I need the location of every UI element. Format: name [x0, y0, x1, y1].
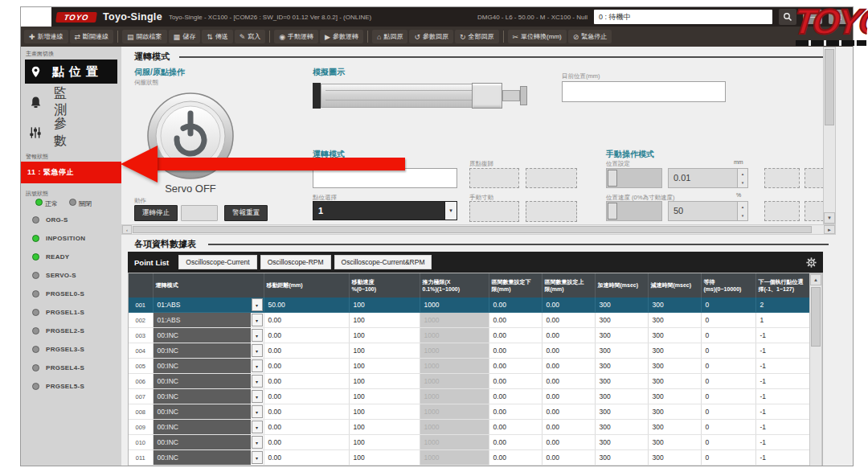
table-cell[interactable]: 0.00	[542, 450, 595, 466]
table-cell[interactable]: 0.00	[489, 420, 542, 435]
table-row[interactable]: 01000:INC▾0.0010010000.000.003003000-1	[129, 435, 823, 450]
table-row[interactable]: 00201:ABS▾0.0010010000.000.0030030001	[129, 313, 823, 328]
step-up-icon[interactable]: ▴	[738, 202, 747, 211]
table-cell[interactable]: 100	[349, 466, 420, 466]
point-select-dropdown[interactable]: 1 ▾	[313, 201, 457, 220]
table-cell[interactable]: 0.00	[542, 313, 595, 328]
origin-return-button-a[interactable]	[469, 168, 519, 188]
table-cell[interactable]: 0.00	[489, 298, 542, 313]
table-cell[interactable]: 0.00	[489, 435, 542, 450]
table-cell[interactable]: 0.00	[489, 328, 542, 343]
table-cell[interactable]: 0.00	[264, 343, 349, 359]
toolbar-button[interactable]: ◉手動運轉	[274, 30, 318, 43]
table-row[interactable]: 00700:INC▾0.0010010000.000.003003000-1	[129, 389, 823, 404]
position-speed-stepper[interactable]: 50 ▴▾	[668, 201, 748, 221]
toolbar-button[interactable]: ↻全部回原	[455, 30, 499, 43]
mode-cell[interactable]: 00:INC▾	[153, 466, 264, 466]
table-row[interactable]: 00600:INC▾0.0010010000.000.003003000-1	[129, 374, 823, 389]
chevron-down-icon[interactable]: ▾	[252, 329, 263, 342]
table-row[interactable]: 00400:INC▾0.0010010000.000.003003000-1	[129, 343, 823, 359]
table-cell[interactable]: 300	[648, 343, 701, 359]
table-cell[interactable]: 0.00	[542, 466, 595, 466]
chevron-down-icon[interactable]: ▾	[444, 202, 457, 220]
table-cell[interactable]: 100	[349, 343, 420, 359]
scrollbar-thumb[interactable]	[133, 226, 812, 233]
table-cell[interactable]: 0.00	[489, 343, 542, 359]
table-cell[interactable]: 0	[701, 328, 755, 343]
table-cell[interactable]: 0.00	[489, 450, 542, 466]
table-cell[interactable]: 100	[349, 328, 420, 343]
mode-cell[interactable]: 01:ABS▾	[153, 313, 264, 328]
toolbar-button[interactable]: ⇅傳送	[202, 30, 233, 43]
mode-cell[interactable]: 00:INC▾	[153, 420, 264, 435]
table-cell[interactable]: 0.00	[264, 420, 349, 435]
slider-thumb[interactable]	[608, 203, 617, 220]
table-cell[interactable]: 0.00	[489, 466, 542, 466]
table-cell[interactable]: 0.00	[264, 435, 349, 450]
table-cell[interactable]: 300	[595, 298, 648, 313]
table-cell[interactable]: 0.00	[542, 359, 595, 374]
table-cell[interactable]: 100	[349, 404, 420, 420]
speed-negative-button[interactable]	[764, 201, 800, 221]
chevron-down-icon[interactable]: ▾	[252, 405, 263, 418]
mode-cell[interactable]: 00:INC▾	[153, 328, 264, 343]
table-cell[interactable]: 300	[648, 298, 701, 313]
table-cell[interactable]: 0.00	[264, 374, 349, 389]
table-cell[interactable]: 0.00	[264, 389, 349, 404]
scroll-up-icon[interactable]: ▲	[810, 274, 821, 285]
panel-vertical-scrollbar[interactable]: ▼	[823, 47, 836, 224]
mode-cell[interactable]: 00:INC▾	[153, 389, 264, 404]
table-row[interactable]: 00500:INC▾0.0010010000.000.003003000-1	[129, 359, 823, 374]
table-cell[interactable]: 300	[595, 313, 648, 328]
status-combobox[interactable]: 0 : 待機中	[594, 10, 772, 24]
toolbar-button[interactable]: ⌂點回原	[372, 30, 407, 43]
position-speed-slider[interactable]	[606, 201, 662, 221]
chevron-down-icon[interactable]: ▾	[252, 344, 263, 357]
alarm-banner[interactable]: 11 : 緊急停止	[21, 162, 121, 183]
toolbar-button[interactable]: ⇄斷開連線	[70, 30, 114, 43]
table-cell[interactable]: 0.00	[489, 374, 542, 389]
table-cell[interactable]: 300	[648, 420, 701, 435]
table-cell[interactable]: 0.00	[264, 450, 349, 466]
table-cell[interactable]: 300	[595, 389, 648, 404]
table-cell[interactable]: 100	[349, 374, 420, 389]
table-cell[interactable]: 0	[701, 420, 755, 435]
table-cell[interactable]: 0.00	[489, 404, 542, 420]
table-cell[interactable]: 0.00	[489, 359, 542, 374]
toolbar-button[interactable]: ↺參數回原	[409, 30, 453, 43]
table-row[interactable]: 01100:INC▾0.0010010000.000.003003000-1	[129, 450, 823, 466]
table-cell[interactable]: 50.00	[264, 298, 349, 313]
sidebar-item-monitor[interactable]: 監 測	[25, 88, 117, 116]
chevron-down-icon[interactable]: ▾	[252, 421, 263, 433]
sidebar-item-parameters[interactable]: 參 數	[25, 119, 117, 146]
table-cell[interactable]: 0	[701, 298, 755, 313]
table-cell[interactable]: 100	[349, 420, 420, 435]
table-row[interactable]: 00800:INC▾0.0010010000.000.003003000-1	[129, 404, 823, 420]
table-cell[interactable]: 0	[701, 313, 755, 328]
table-cell[interactable]: 0.00	[489, 313, 542, 328]
table-cell[interactable]: 100	[349, 298, 420, 313]
table-cell[interactable]: 300	[595, 466, 648, 466]
mode-cell[interactable]: 01:ABS▾	[153, 298, 264, 313]
toolbar-button[interactable]: ✚新增連線	[24, 30, 68, 43]
table-cell[interactable]: 0.00	[542, 389, 595, 404]
toolbar-button[interactable]: ✂單位轉換(mm)	[508, 30, 567, 43]
table-cell[interactable]: 0.00	[542, 404, 595, 420]
table-cell[interactable]: 300	[595, 328, 648, 343]
position-set-stepper[interactable]: 0.01 ▴▾	[668, 168, 748, 188]
table-cell[interactable]: 300	[648, 435, 701, 450]
table-cell[interactable]: 300	[648, 313, 701, 328]
table-cell[interactable]: 300	[595, 450, 648, 466]
scrollbar-thumb[interactable]	[825, 49, 834, 125]
table-cell[interactable]: 300	[595, 359, 648, 374]
table-cell[interactable]: 0.00	[542, 420, 595, 435]
jog-positive-button[interactable]	[526, 201, 577, 222]
table-cell[interactable]: 0.00	[264, 466, 349, 466]
table-cell[interactable]: 300	[648, 466, 701, 466]
table-cell[interactable]: 100	[349, 359, 420, 374]
toolbar-button[interactable]: ▦儲存	[169, 30, 201, 43]
current-position-field[interactable]	[562, 81, 726, 102]
jog-negative-button[interactable]	[469, 201, 519, 222]
chevron-down-icon[interactable]: ▾	[252, 436, 263, 449]
mode-cell[interactable]: 00:INC▾	[153, 404, 264, 420]
